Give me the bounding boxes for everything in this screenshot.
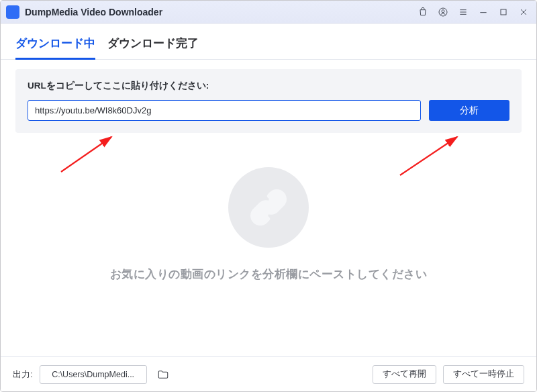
close-icon[interactable] — [518, 6, 530, 18]
tab-downloaded[interactable]: ダウンロード完了 — [107, 36, 199, 59]
analyze-button[interactable]: 分析 — [429, 100, 509, 121]
app-title: DumpMedia Video Downloader — [25, 7, 162, 17]
maximize-icon[interactable] — [497, 6, 509, 18]
tab-downloading[interactable]: ダウンロード中 — [15, 36, 95, 60]
link-icon — [228, 167, 309, 248]
svg-point-1 — [442, 9, 444, 12]
tabs: ダウンロード中 ダウンロード完了 — [1, 23, 536, 60]
svg-rect-6 — [501, 9, 506, 15]
url-label: URLをコピーしてここに貼り付けください: — [28, 80, 509, 92]
empty-state: お気に入りの動画のリンクを分析欄にペーストしてください — [1, 167, 536, 282]
url-input[interactable] — [28, 100, 421, 121]
resume-all-button[interactable]: すべて再開 — [373, 365, 436, 384]
open-folder-icon[interactable] — [154, 366, 173, 383]
output-path[interactable]: C:\Users\DumpMedi... — [40, 365, 147, 384]
url-panel: URLをコピーしてここに貼り付けください: 分析 — [15, 69, 522, 133]
output-label: 出力: — [13, 369, 33, 381]
minimize-icon[interactable] — [477, 6, 489, 18]
pause-all-button[interactable]: すべて一時停止 — [443, 365, 524, 384]
app-logo-icon — [6, 5, 19, 19]
store-icon[interactable] — [417, 6, 429, 18]
menu-icon[interactable] — [457, 6, 469, 18]
title-bar: DumpMedia Video Downloader — [1, 1, 536, 23]
svg-point-0 — [439, 8, 447, 16]
empty-message: お気に入りの動画のリンクを分析欄にペーストしてください — [110, 266, 428, 282]
footer: 出力: C:\Users\DumpMedi... すべて再開 すべて一時停止 — [1, 356, 536, 391]
account-icon[interactable] — [437, 6, 449, 18]
